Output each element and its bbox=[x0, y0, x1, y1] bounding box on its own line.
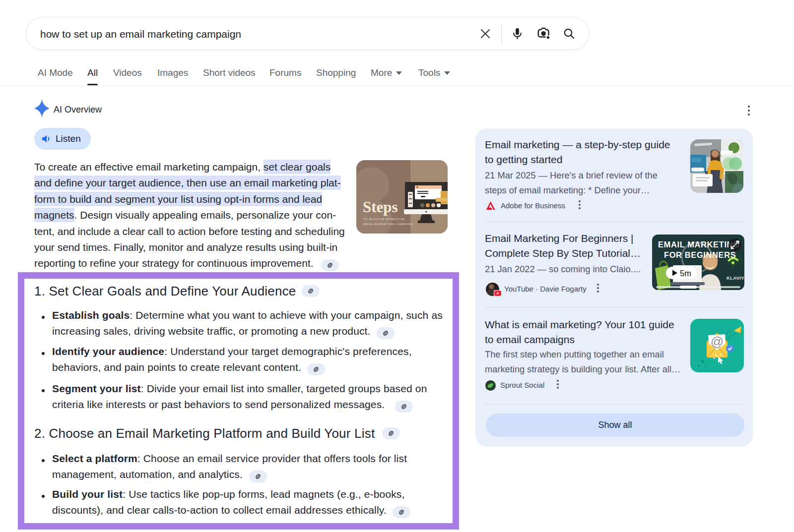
svg-text:TO BUILD AN EFFECTIVE: TO BUILD AN EFFECTIVE bbox=[363, 218, 405, 221]
svg-text:FOR BEGINNERS: FOR BEGINNERS bbox=[664, 250, 736, 259]
svg-text:EMAIL MARKETING CAMPAIGN: EMAIL MARKETING CAMPAIGN bbox=[363, 223, 413, 226]
svg-text:Steps: Steps bbox=[363, 198, 398, 216]
svg-text:KLAVIYO: KLAVIYO bbox=[727, 275, 744, 281]
svg-text:5m: 5m bbox=[680, 269, 691, 278]
svg-text:EMAIL MARKETING: EMAIL MARKETING bbox=[658, 240, 740, 249]
